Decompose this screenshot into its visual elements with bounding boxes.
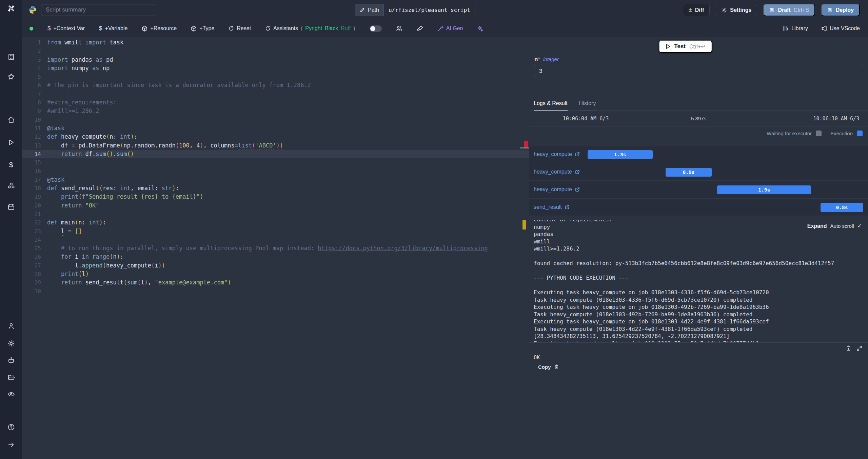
script-summary-input[interactable] [41, 4, 156, 16]
sparkles-icon[interactable] [477, 25, 483, 32]
code-lines[interactable]: 1from wmill import task23import pandas a… [22, 38, 529, 296]
status-dot [29, 27, 33, 31]
add-type-button[interactable]: +Type [191, 25, 214, 32]
code-line[interactable]: 1from wmill import task [22, 38, 529, 47]
variables-dollar-icon[interactable]: $ [7, 161, 15, 169]
code-line[interactable]: 30 [22, 287, 529, 296]
assistants-status[interactable]: Assistants (Pyright Black Ruff) [265, 25, 355, 32]
code-line[interactable]: 27 l.append(heavy_compute(i)) [22, 261, 529, 270]
use-vscode-button[interactable]: Use VScode [821, 25, 860, 32]
duration-bar[interactable]: 1.3s [588, 150, 653, 159]
workspace-icon[interactable] [7, 53, 15, 61]
tab-logs-result[interactable]: Logs & Result [534, 100, 568, 111]
deploy-button[interactable]: Deploy [821, 4, 860, 16]
runs-play-icon[interactable] [7, 138, 15, 146]
code-line[interactable]: 26 for i in range(n): [22, 253, 529, 261]
code-line[interactable]: 8#extra_requirements: [22, 98, 529, 107]
ai-robot-icon[interactable] [7, 356, 15, 364]
settings-button[interactable]: Settings [716, 4, 757, 16]
copy-logs-icon[interactable] [846, 345, 851, 351]
code-line[interactable]: 20 return "OK" [22, 201, 529, 210]
user-icon[interactable] [7, 322, 15, 330]
code-editor[interactable]: 1from wmill import task23import pandas a… [22, 37, 529, 459]
legend-swatch [816, 131, 822, 136]
line-number: 17 [22, 176, 41, 184]
code-line[interactable]: 28 print(l) [22, 270, 529, 278]
duration-bar[interactable]: 1.9s [717, 185, 811, 194]
script-path-value[interactable]: u/rfiszel/pleasant_script [383, 4, 475, 16]
dollar-icon: $ [99, 25, 102, 32]
external-link-icon [575, 187, 580, 192]
code-line[interactable]: 23 l = [] [22, 227, 529, 236]
tab-history[interactable]: History [579, 100, 596, 111]
code-line[interactable]: 3import pandas as pd [22, 56, 529, 64]
settings-gear-icon[interactable] [7, 339, 15, 347]
edit-path-button[interactable]: Path [355, 4, 383, 16]
add-variable-button[interactable]: $ +Variable [99, 25, 127, 32]
code-line[interactable]: 15 [22, 158, 529, 167]
line-number: 10 [22, 116, 41, 124]
code-line[interactable]: 13 df = pd.DataFrame(np.random.randn(100… [22, 141, 529, 150]
ai-gen-button[interactable]: AI Gen [437, 25, 463, 32]
diff-button[interactable]: ± Diff [683, 4, 710, 16]
test-button[interactable]: Test Ctrl+↵ [658, 40, 712, 53]
run-metadata: 10:06:04 AM 6/3 5.397s 10:06:10 AM 6/3 [529, 111, 868, 126]
fullscreen-logs-icon[interactable] [856, 345, 862, 351]
folders-icon[interactable] [7, 373, 15, 381]
code-line[interactable]: 2 [22, 47, 529, 55]
library-button[interactable]: Library [783, 25, 808, 32]
code-line[interactable]: 29 return send_result(sum(l), "example@e… [22, 278, 529, 287]
code-line[interactable]: 14 return df.sum().sum() [22, 150, 529, 158]
collapse-arrow-icon[interactable] [7, 441, 15, 449]
audit-eye-icon[interactable] [7, 390, 15, 398]
clipboard-icon [554, 364, 559, 370]
duration-bar[interactable]: 0.9s [666, 168, 712, 177]
duration-bar[interactable]: 0.8s [821, 203, 863, 212]
code-line[interactable]: 17@task [22, 176, 529, 184]
code-line[interactable]: 6# The pin is important since task is a … [22, 81, 529, 89]
task-link[interactable]: heavy_compute [534, 186, 580, 193]
schedules-calendar-icon[interactable] [7, 203, 15, 211]
resources-cubes-icon[interactable] [7, 182, 15, 190]
format-brush-icon[interactable] [417, 25, 423, 32]
add-context-var-button[interactable]: $ +Context Var [47, 25, 85, 32]
help-icon[interactable] [7, 423, 15, 431]
code-line[interactable]: 21 [22, 210, 529, 218]
task-link[interactable]: send_result [534, 204, 570, 210]
autoscroll-checkbox[interactable]: ✓ [857, 223, 862, 229]
code-line[interactable]: 12def heavy_compute(n: int): [22, 133, 529, 141]
add-resource-button[interactable]: +Resource [142, 25, 177, 32]
log-panel[interactable]: content of requirements: numpy pandas wm… [529, 220, 868, 342]
save-draft-button[interactable]: Draft Ctrl+S [763, 4, 815, 16]
diff-mode-toggle[interactable] [370, 25, 382, 32]
assistant-ruff: Ruff [341, 25, 351, 32]
code-line[interactable]: 7 [22, 90, 529, 98]
plus-minus-icon: ± [689, 6, 692, 14]
indent-guide [61, 236, 61, 244]
code-line[interactable]: 18def send_result(res: int, email: str): [22, 184, 529, 193]
save-icon [769, 7, 775, 13]
expand-logs-button[interactable]: Expand [807, 223, 827, 229]
code-line[interactable]: 11@task [22, 124, 529, 133]
timeline-legend: Waiting for executorExecution [767, 131, 863, 136]
code-line[interactable]: 16 [22, 167, 529, 175]
multiplayer-icon[interactable] [396, 25, 402, 32]
home-icon[interactable] [7, 116, 15, 124]
windmill-logo-icon[interactable] [7, 4, 15, 13]
task-link[interactable]: heavy_compute [534, 169, 580, 175]
code-line[interactable]: 24 [22, 236, 529, 244]
draft-shortcut: Ctrl+S [794, 7, 809, 13]
code-line[interactable]: 25 # to run things in parallel, simply u… [22, 244, 529, 253]
favorites-star-icon[interactable] [7, 73, 15, 81]
code-line[interactable]: 5 [22, 73, 529, 81]
copy-result-button[interactable]: Copy [538, 364, 559, 370]
reset-button[interactable]: Reset [229, 25, 251, 32]
code-line[interactable]: 4import numpy as np [22, 64, 529, 73]
pencil-icon [360, 7, 365, 13]
code-line[interactable]: 22def main(n: int): [22, 218, 529, 227]
code-line[interactable]: 19 print(f"Sending result {res} to {emai… [22, 193, 529, 201]
task-link[interactable]: heavy_compute [534, 151, 580, 157]
argument-n-input[interactable] [534, 64, 863, 78]
code-line[interactable]: 9#wmill>=1.286.2 [22, 107, 529, 115]
code-line[interactable]: 10 [22, 116, 529, 124]
